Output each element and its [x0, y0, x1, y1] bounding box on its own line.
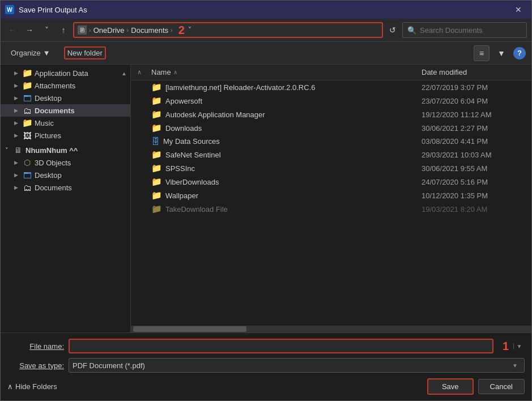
file-name-cell: 📁 Apowersoft [148, 96, 418, 106]
filename-input-wrap [69, 339, 493, 353]
organize-label: Organize [11, 49, 41, 57]
close-button[interactable]: ✕ [505, 1, 531, 19]
title-bar: W Save Print Output As ✕ [1, 1, 531, 19]
folder-icon: 📁 [22, 81, 32, 90]
dialog-title: Save Print Output As [19, 6, 505, 14]
sidebar-item-attachments[interactable]: ▶ 📁 Attachments [1, 79, 130, 92]
file-header: ∧ Name ∧ Date modified [131, 65, 531, 80]
search-box: 🔍 [402, 22, 527, 38]
col-name-label: Name [151, 68, 171, 76]
save-button[interactable]: Save [427, 378, 474, 395]
address-dropdown-btn[interactable]: ˅ [188, 26, 191, 34]
search-input[interactable] [420, 26, 522, 35]
file-name-cell: 📁 TakeDownload File [148, 204, 418, 214]
file-row[interactable]: 📁 Downloads 30/06/2021 2:27 PM [131, 121, 531, 135]
folder-icon: 🗔 [22, 93, 32, 103]
app-icon: W [5, 5, 14, 14]
refresh-button[interactable]: ↺ [385, 23, 400, 37]
file-row[interactable]: 📁 TakeDownload File 19/03/2021 8:20 AM [131, 202, 531, 216]
file-row[interactable]: 📁 Autodesk Application Manager 19/12/202… [131, 108, 531, 121]
sidebar-item-pictures[interactable]: ▶ 🖼 Pictures [1, 129, 130, 142]
organize-button[interactable]: Organize ▼ [6, 46, 55, 59]
expand-icon: ▶ [12, 82, 20, 89]
dropdown-button[interactable]: ˅ [39, 23, 54, 37]
folder-icon: 📁 [22, 69, 32, 78]
column-name-header[interactable]: Name ∧ [148, 67, 418, 78]
sort-arrow-icon: ∧ [173, 69, 177, 75]
step-1-label: 1 [503, 340, 509, 353]
expand-icon: ▶ [12, 184, 20, 191]
sidebar-item-desktop2[interactable]: ▶ 🗔 Desktop [1, 169, 130, 181]
breadcrumb-onedrive[interactable]: OneDrive [93, 26, 125, 35]
file-date: 23/07/2020 6:04 PM [418, 97, 531, 105]
file-name-cell: 📁 [lamviethung.net] Reloader-Activator.2… [148, 82, 418, 92]
view-icon: ≡ [479, 49, 484, 58]
sidebar-item-label: Attachments [35, 82, 75, 90]
file-name: Downloads [165, 124, 202, 133]
sidebar-item-music[interactable]: ▶ 📁 Music [1, 117, 130, 129]
file-name: My Data Sources [163, 137, 220, 146]
file-date: 29/03/2021 10:03 AM [418, 151, 531, 159]
sidebar-item-nhumnum[interactable]: ˅ 🖥 NhumNhum ^^ [1, 144, 130, 156]
computer-icon: 🖥 [13, 146, 23, 155]
sidebar-item-documents[interactable]: ▶ 🗂 Documents [1, 104, 130, 117]
file-row[interactable]: 📁 Apowersoft 23/07/2020 6:04 PM [131, 94, 531, 108]
file-date: 19/03/2021 8:20 AM [418, 205, 531, 214]
sort-up-button[interactable]: ∧ [131, 67, 148, 78]
folder-icon: 📁 [22, 118, 32, 127]
save-dialog: W Save Print Output As ✕ ← → ˅ ↑ 🖹 › One… [0, 0, 532, 401]
forward-button[interactable]: → [22, 23, 37, 37]
view-dropdown-btn[interactable]: ▼ [494, 46, 509, 61]
sidebar-item-3d-objects[interactable]: ▶ ⬡ 3D Objects [1, 156, 130, 169]
hide-folders-label: Hide Folders [15, 382, 57, 391]
file-folder-icon: 📁 [151, 82, 162, 92]
file-date: 30/06/2021 2:27 PM [418, 124, 531, 133]
help-button[interactable]: ? [513, 47, 526, 59]
horizontal-scrollbar[interactable] [131, 326, 531, 332]
file-name: ViberDownloads [165, 178, 219, 186]
savetype-select-wrap[interactable]: PDF Document (*.pdf) ▼ 3 [69, 358, 525, 373]
file-name: Apowersoft [165, 97, 202, 105]
new-folder-button[interactable]: New folder [59, 44, 110, 62]
expand-icon: ▶ [12, 69, 20, 77]
savetype-dropdown-btn[interactable]: ▼ [509, 359, 521, 372]
file-date: 22/07/2019 3:07 PM [418, 83, 531, 92]
file-row[interactable]: 🗄 My Data Sources 03/08/2020 4:41 PM [131, 135, 531, 148]
up-button[interactable]: ↑ [56, 23, 71, 37]
file-name-cell: 📁 Autodesk Application Manager [148, 109, 418, 120]
file-date: 10/12/2020 1:35 PM [418, 191, 531, 200]
filename-input[interactable] [70, 342, 492, 351]
sidebar-item-label: Documents [35, 184, 72, 192]
hide-folders-button[interactable]: ∧ Hide Folders [7, 382, 57, 391]
sidebar-item-label: NhumNhum ^^ [25, 146, 78, 155]
sidebar-item-label: Documents [35, 106, 75, 115]
new-folder-label: New folder [67, 49, 103, 57]
file-row[interactable]: 📁 ViberDownloads 24/07/2020 5:16 PM [131, 175, 531, 189]
file-folder-icon: 📁 [151, 123, 162, 133]
sidebar-item-application-data[interactable]: ▶ 📁 Application Data ▲ [1, 67, 130, 79]
folder-icon: 🗂 [22, 183, 32, 192]
file-row[interactable]: 📁 [lamviethung.net] Reloader-Activator.2… [131, 80, 531, 94]
expand-icon: ▶ [12, 131, 20, 139]
savetype-label: Save as type: [7, 361, 64, 370]
folder-icon: ⬡ [22, 158, 32, 167]
file-date: 30/06/2021 9:55 AM [418, 164, 531, 173]
cancel-button[interactable]: Cancel [478, 379, 525, 394]
back-button[interactable]: ← [5, 23, 20, 37]
filename-dropdown-btn[interactable]: ▼ [513, 343, 525, 349]
sidebar-item-desktop[interactable]: ▶ 🗔 Desktop [1, 92, 130, 104]
file-name: TakeDownload File [165, 205, 228, 214]
sidebar-item-documents2[interactable]: ▶ 🗂 Documents [1, 181, 130, 194]
file-folder-icon: 📁 [151, 190, 162, 200]
file-row[interactable]: 📁 SPSSInc 30/06/2021 9:55 AM [131, 161, 531, 175]
breadcrumb-documents[interactable]: Documents [131, 26, 168, 35]
file-folder-db-icon: 🗄 [151, 136, 160, 146]
address-bar[interactable]: 🖹 › OneDrive › Documents › 2 ˅ [73, 22, 383, 38]
file-folder-icon: 📁 [151, 96, 162, 106]
column-date-header[interactable]: Date modified [418, 67, 531, 78]
folder-icon: 🗔 [22, 170, 32, 180]
file-row[interactable]: 📁 SafeNet Sentinel 29/03/2021 10:03 AM [131, 148, 531, 161]
file-row[interactable]: 📁 Wallpaper 10/12/2020 1:35 PM [131, 189, 531, 202]
view-button[interactable]: ≡ [474, 45, 490, 61]
file-name: Autodesk Application Manager [165, 110, 265, 119]
